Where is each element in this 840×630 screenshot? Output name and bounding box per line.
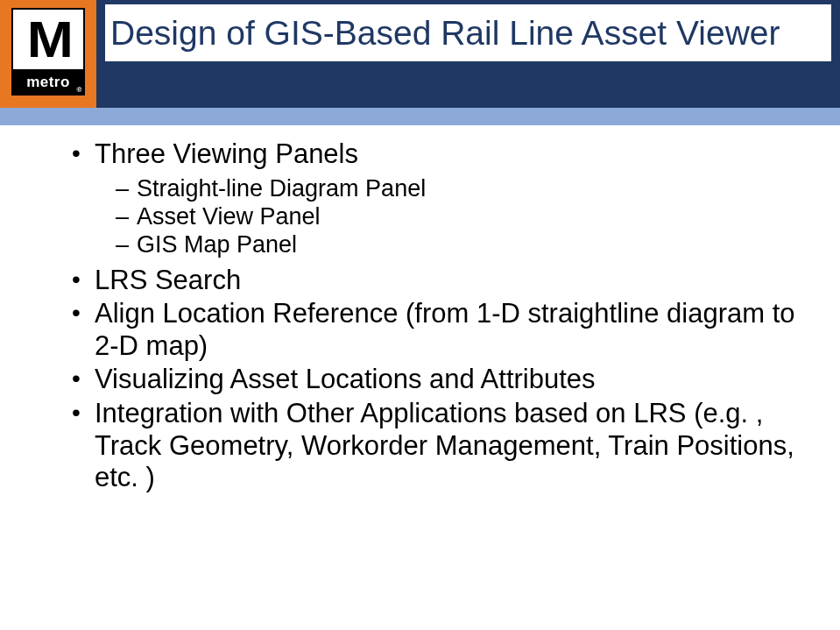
sub-bullet-list: Straight-line Diagram Panel Asset View P… — [116, 174, 814, 259]
metro-logo-word: metro — [26, 74, 70, 91]
bullet-list: Three Viewing Panels Straight-line Diagr… — [68, 138, 814, 494]
registered-icon: ® — [77, 86, 82, 94]
list-item: Align Location Reference (from 1-D strai… — [68, 298, 814, 362]
list-item: Integration with Other Applications base… — [68, 398, 814, 494]
list-item: Three Viewing Panels Straight-line Diagr… — [68, 138, 814, 259]
slide-header: M metro ® Design of GIS-Based Rail Line … — [0, 0, 840, 108]
list-item: Visualizing Asset Locations and Attribut… — [68, 364, 814, 396]
sub-list-item: Asset View Panel — [116, 202, 814, 230]
sub-list-item: GIS Map Panel — [116, 230, 814, 258]
slide-title: Design of GIS-Based Rail Line Asset View… — [105, 4, 831, 61]
metro-logo-letter: M — [27, 14, 70, 65]
list-item-text: LRS Search — [95, 265, 241, 295]
metro-logo-top: M — [11, 8, 85, 69]
blue-divider-bar — [0, 108, 840, 125]
list-item-text: Align Location Reference (from 1-D strai… — [95, 298, 795, 361]
list-item-text: Three Viewing Panels — [95, 138, 358, 169]
list-item-text: Visualizing Asset Locations and Attribut… — [95, 364, 596, 394]
sub-list-item: Straight-line Diagram Panel — [116, 174, 814, 202]
metro-logo: M metro ® — [11, 8, 85, 100]
metro-logo-bottom: metro ® — [11, 69, 85, 96]
list-item-text: Integration with Other Applications base… — [95, 398, 794, 492]
slide-body: Three Viewing Panels Straight-line Diagr… — [68, 138, 814, 496]
list-item: LRS Search — [68, 265, 814, 297]
